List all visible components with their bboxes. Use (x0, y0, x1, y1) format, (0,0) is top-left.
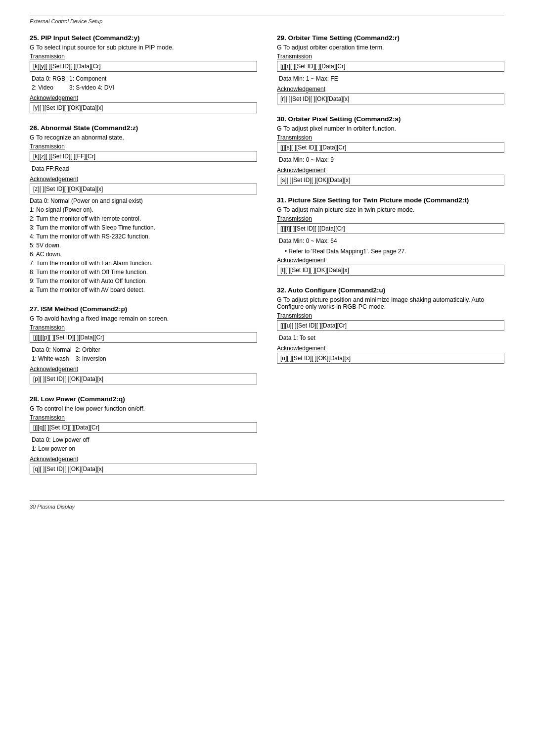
section26-transmission-label: Transmission (30, 143, 257, 150)
table-cell (319, 334, 322, 342)
table-row: Data 0: Normal2: Orbiter (32, 346, 109, 354)
table-cell (338, 156, 341, 164)
section25-transmission-label: Transmission (30, 53, 257, 60)
section28-ack-label: Acknowledgement (30, 456, 257, 463)
extra-line: 2: Turn the monitor off with remote cont… (30, 214, 257, 223)
section32-ack-code: [u][ ][Set ID][ ][OK][Data][x] (277, 353, 504, 364)
table-row: 2: Video3: S-video 4: DVI (32, 84, 117, 92)
table-row: Data 1: To set (279, 334, 322, 342)
table-row: 1: Low power on (32, 445, 96, 453)
section27: 27. ISM Method (Command2:p)G To avoid ha… (30, 305, 257, 384)
section31-transmission-label: Transmission (277, 215, 504, 222)
table-cell: 1: Component (69, 75, 117, 83)
header-text: External Control Device Setup (30, 18, 102, 24)
extra-line: 9: Turn the monitor off with Auto Off fu… (30, 277, 257, 285)
section30-data-table: Data Min: 0 ~ Max: 9 (278, 155, 342, 165)
section27-ack-label: Acknowledgement (30, 366, 257, 373)
table-cell: Data 1: To set (279, 334, 318, 342)
page: External Control Device Setup 25. PIP In… (0, 0, 534, 756)
main-content: 25. PIP Input Select (Command2:y)G To se… (30, 34, 504, 485)
section25-ack-label: Acknowledgement (30, 94, 257, 101)
section31-ack-label: Acknowledgement (277, 257, 504, 264)
table-cell (341, 237, 344, 245)
table-row: Data Min: 0 ~ Max: 9 (279, 156, 341, 164)
table-row: Data Min: 1 ~ Max: FE (279, 75, 345, 83)
extra-line: 6: AC down. (30, 250, 257, 259)
section32-data-table: Data 1: To set (278, 333, 323, 343)
section30-transmission-code: [j][s][ ][Set ID][ ][Data][Cr] (277, 142, 504, 153)
section29-transmission-label: Transmission (277, 53, 504, 60)
section27-desc: G To avoid having a fixed image remain o… (30, 315, 257, 322)
section25-transmission-code: [k][y][ ][Set ID][ ][Data][Cr] (30, 61, 257, 72)
section29-data-table: Data Min: 1 ~ Max: FE (278, 74, 346, 84)
table-cell (93, 436, 96, 444)
section32-ack-label: Acknowledgement (277, 345, 504, 352)
section26-ack-code: [z][ ][Set ID][ ][OK][Data][x] (30, 184, 257, 194)
section27-data-table: Data 0: Normal2: Orbiter 1: White wash3:… (31, 345, 110, 364)
table-row: Data FF:Read (32, 165, 76, 173)
page-footer: 30 Plasma Display (30, 500, 504, 510)
section32-transmission-label: Transmission (277, 312, 504, 319)
section26-ack-label: Acknowledgement (30, 176, 257, 183)
table-row: Data Min: 0 ~ Max: 64 (279, 237, 344, 245)
table-cell: 1: Low power on (32, 445, 92, 453)
table-cell (93, 445, 96, 453)
extra-line: 3: Turn the monitor off with Sleep Time … (30, 223, 257, 232)
section29-ack-code: [r][ ][Set ID][ ][OK][Data][x] (277, 94, 504, 104)
section26-transmission-code: [k][z][ ][Set ID][ ][FF][Cr] (30, 151, 257, 162)
table-row: Data 0: RGB1: Component (32, 75, 117, 83)
extra-line: 4: Turn the monitor off with RS-232C fun… (30, 232, 257, 241)
section28-transmission-label: Transmission (30, 414, 257, 421)
footer-text: 30 Plasma Display (30, 504, 75, 510)
section30-ack-label: Acknowledgement (277, 167, 504, 174)
section31-transmission-code: [j][t][ ][Set ID][ ][Data][Cr] (277, 223, 504, 234)
section31: 31. Picture Size Setting for Twin Pictur… (277, 196, 504, 276)
section25-title: 25. PIP Input Select (Command2:y) (30, 34, 257, 42)
section30: 30. Orbiter Pixel Setting (Command2:s)G … (277, 115, 504, 186)
section27-transmission-label: Transmission (30, 324, 257, 331)
section31-ack-code: [t][ ][Set ID][ ][OK][Data][x] (277, 265, 504, 276)
table-row: 1: White wash3: Inversion (32, 355, 109, 363)
section30-desc: G To adjust pixel number in orbiter func… (277, 125, 504, 132)
section30-title: 30. Orbiter Pixel Setting (Command2:s) (277, 115, 504, 123)
extra-line: 5: 5V down. (30, 241, 257, 250)
section26-title: 26. Abnormal State (Command2:z) (30, 124, 257, 132)
section26-data-table: Data FF:Read (31, 164, 77, 174)
section25-desc: G To select input source for sub picture… (30, 44, 257, 51)
extra-line: 1: No signal (Power on). (30, 205, 257, 214)
table-cell: Data 0: Normal (32, 346, 75, 354)
section32-title: 32. Auto Configure (Command2:u) (277, 286, 504, 294)
section28-title: 28. Low Power (Command2:q) (30, 395, 257, 403)
section29-ack-label: Acknowledgement (277, 86, 504, 93)
page-header: External Control Device Setup (30, 15, 504, 24)
section26-desc: G To recognize an abnormal state. (30, 134, 257, 141)
section28-ack-code: [q][ ][Set ID][ ][OK][Data][x] (30, 464, 257, 474)
section30-ack-code: [s][ ][Set ID][ ][OK][Data][x] (277, 175, 504, 186)
extra-line: a: Turn the monitor off with AV board de… (30, 285, 257, 294)
section27-transmission-code: [j][j][p][ ][Set ID][ ][Data][Cr] (30, 332, 257, 343)
section29-transmission-code: [j][r][ ][Set ID][ ][Data][Cr] (277, 61, 504, 72)
table-cell: Data FF:Read (32, 165, 72, 173)
table-cell (73, 165, 76, 173)
section32-desc: G To adjust picture position and minimiz… (277, 296, 504, 310)
section29-desc: G To adjust orbiter operation time term. (277, 44, 504, 51)
section29: 29. Orbiter Time Setting (Command2:r)G T… (277, 34, 504, 104)
section30-transmission-label: Transmission (277, 134, 504, 141)
table-cell: Data Min: 1 ~ Max: FE (279, 75, 341, 83)
table-cell: 2: Orbiter (76, 346, 109, 354)
section31-desc: G To adjust main picture size in twin pi… (277, 206, 504, 213)
table-cell: 1: White wash (32, 355, 75, 363)
extra-line: Data 0: Normal (Power on and signal exis… (30, 196, 257, 205)
table-cell: Data Min: 0 ~ Max: 9 (279, 156, 337, 164)
section25-data-table: Data 0: RGB1: Component 2: Video3: S-vid… (31, 74, 118, 93)
section26-extra: Data 0: Normal (Power on and signal exis… (30, 196, 257, 294)
extra-line: 7: Turn the monitor off with Fan Alarm f… (30, 259, 257, 268)
section25: 25. PIP Input Select (Command2:y)G To se… (30, 34, 257, 113)
left-column: 25. PIP Input Select (Command2:y)G To se… (30, 34, 257, 485)
table-cell: 3: Inversion (76, 355, 109, 363)
section28-desc: G To control the low power function on/o… (30, 405, 257, 412)
section29-title: 29. Orbiter Time Setting (Command2:r) (277, 34, 504, 42)
table-cell: 3: S-video 4: DVI (69, 84, 117, 92)
table-cell: Data 0: RGB (32, 75, 68, 83)
table-row: Data 0: Low power off (32, 436, 96, 444)
